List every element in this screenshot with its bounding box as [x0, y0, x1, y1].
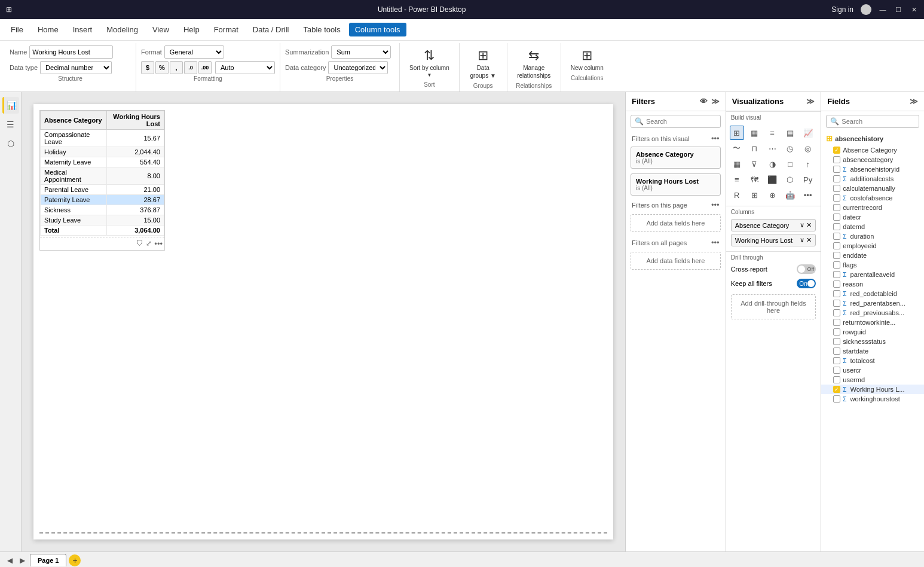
percent-btn[interactable]: % [155, 61, 169, 74]
menu-view[interactable]: View [146, 23, 175, 36]
field-checkbox[interactable] [833, 194, 840, 202]
page-tab-1[interactable]: Page 1 [30, 554, 66, 566]
column2-chip[interactable]: Working Hours Lost ∨ ✕ [731, 234, 816, 246]
datacategory-select[interactable]: Uncategorized [328, 61, 388, 74]
auto-select[interactable]: Auto [215, 61, 275, 74]
viz-more[interactable]: ••• [801, 188, 815, 202]
field-checkbox[interactable] [833, 328, 840, 336]
new-column-btn[interactable]: ⊞ New column [566, 45, 608, 74]
field-checkbox[interactable] [833, 156, 840, 163]
field-checkbox[interactable] [833, 367, 840, 374]
field-item[interactable]: ✓Absence Category [821, 145, 924, 155]
field-item[interactable]: calculatemanually [821, 184, 924, 193]
filters-search-input[interactable] [646, 118, 717, 125]
viz-custom1[interactable]: ⊞ [747, 188, 761, 202]
field-item[interactable]: flags [821, 260, 924, 270]
col1-chevron-icon[interactable]: ∨ [800, 221, 804, 229]
field-item[interactable]: usermd [821, 375, 924, 385]
col1-remove-icon[interactable]: ✕ [806, 221, 812, 229]
field-item[interactable]: enddate [821, 251, 924, 260]
manage-relationships-btn[interactable]: ⇆ Manage relationships [512, 45, 556, 81]
field-checkbox[interactable] [833, 166, 840, 173]
field-checkbox[interactable] [833, 309, 840, 316]
filters-allpages-more[interactable]: ••• [711, 238, 720, 247]
field-checkbox[interactable] [833, 300, 840, 307]
filters-eye-icon[interactable]: 👁 [700, 97, 708, 106]
field-checkbox[interactable] [833, 175, 840, 182]
field-checkbox[interactable] [833, 357, 840, 364]
field-item[interactable]: startdate [821, 346, 924, 356]
add-drill-fields-btn[interactable]: Add drill-through fields here [731, 294, 816, 319]
field-item[interactable]: Σtotalcost [821, 356, 924, 365]
field-checkbox[interactable] [833, 242, 840, 249]
close-button[interactable]: ✕ [910, 5, 918, 14]
dec-increase-btn[interactable]: .0 [184, 61, 197, 74]
menu-file[interactable]: File [5, 23, 29, 36]
field-checkbox[interactable] [833, 319, 840, 326]
table-row[interactable]: Sickness376.87 [41, 205, 164, 215]
field-checkbox[interactable] [833, 281, 840, 288]
filters-page-more[interactable]: ••• [711, 200, 720, 209]
maximize-button[interactable]: ☐ [894, 5, 902, 14]
field-checkbox[interactable] [833, 395, 840, 403]
viz-treemap[interactable]: ▦ [730, 157, 744, 171]
filters-expand-icon[interactable]: ≫ [711, 97, 720, 106]
table-row[interactable]: Holiday2,044.40 [41, 147, 164, 157]
field-checkbox[interactable] [833, 185, 840, 192]
add-page-fields-btn[interactable]: Add data fields here [631, 214, 721, 232]
fields-search-input[interactable] [842, 118, 915, 125]
field-checkbox[interactable] [833, 233, 840, 240]
viz-scatter[interactable]: ⋯ [765, 141, 779, 156]
page-next-btn[interactable]: ▶ [17, 555, 27, 566]
viz-r[interactable]: R [730, 188, 744, 202]
viz-donut[interactable]: ◎ [801, 141, 815, 156]
field-item[interactable]: currentrecord [821, 203, 924, 212]
field-item[interactable]: datemd [821, 222, 924, 231]
viz-filled-map[interactable]: ⬛ [765, 172, 779, 187]
viz-ribbon[interactable]: ⊓ [747, 141, 761, 156]
table-visual[interactable]: Absence Category Working Hours Lost Comp… [39, 110, 165, 251]
viz-python[interactable]: Py [801, 172, 815, 187]
field-item[interactable]: Σred_codetableid [821, 289, 924, 298]
field-item[interactable]: returntoworkinte... [821, 318, 924, 327]
field-checkbox[interactable] [833, 252, 840, 259]
table-row[interactable]: Medical Appointment8.00 [41, 167, 164, 185]
field-item[interactable]: reason [821, 279, 924, 289]
comma-btn[interactable]: , [170, 61, 183, 74]
menu-format[interactable]: Format [208, 23, 244, 36]
field-checkbox[interactable] [833, 214, 840, 221]
filter-icon[interactable]: ⛉ [136, 239, 143, 248]
field-item[interactable]: employeeid [821, 241, 924, 251]
minimize-button[interactable]: — [879, 5, 887, 14]
field-item[interactable]: absencecategory [821, 155, 924, 164]
field-checkbox[interactable] [833, 223, 840, 230]
page-prev-btn[interactable]: ◀ [5, 555, 15, 566]
viz-kpi[interactable]: ↑ [801, 157, 815, 171]
data-view-icon[interactable]: ☰ [2, 116, 19, 133]
field-item[interactable]: Σadditionalcosts [821, 174, 924, 184]
field-checkbox[interactable] [833, 290, 840, 297]
menu-datadrill[interactable]: Data / Drill [247, 23, 295, 36]
keep-filters-toggle[interactable]: On [797, 279, 816, 288]
viz-clustered-bar[interactable]: ▤ [783, 126, 797, 140]
table-row[interactable]: Study Leave15.00 [41, 215, 164, 225]
field-item[interactable]: datecr [821, 212, 924, 222]
format-select[interactable]: General [164, 45, 224, 59]
viz-card[interactable]: □ [783, 157, 797, 171]
field-checkbox[interactable]: ✓ [833, 386, 840, 393]
fields-search-box[interactable]: 🔍 [826, 115, 919, 128]
field-item[interactable]: usercr [821, 365, 924, 375]
viz-area[interactable]: 〜 [730, 141, 744, 156]
filter-card-absence[interactable]: Absence Category is (All) [631, 147, 721, 169]
dec-decrease-btn[interactable]: .00 [198, 61, 212, 74]
field-item[interactable]: Σparentalleaveid [821, 270, 924, 279]
field-item[interactable]: ✓ΣWorking Hours L... [821, 385, 924, 394]
menu-columntools[interactable]: Column tools [349, 23, 406, 36]
table-row[interactable]: Compassionate Leave15.67 [41, 130, 164, 147]
filters-search-box[interactable]: 🔍 [631, 115, 721, 128]
viz-funnel[interactable]: ⊽ [747, 157, 761, 171]
viz-ai[interactable]: 🤖 [783, 188, 797, 202]
viz-pie[interactable]: ◷ [783, 141, 797, 156]
viz-map[interactable]: 🗺 [747, 172, 761, 187]
field-item[interactable]: Σduration [821, 231, 924, 241]
